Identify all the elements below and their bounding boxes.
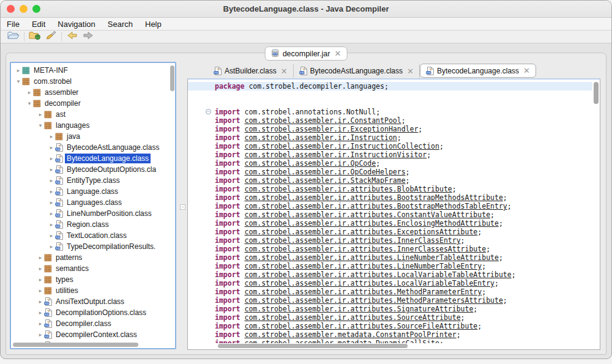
chevron-right-icon[interactable]: ▸ [37, 321, 44, 327]
tree-item[interactable]: ▸ 010 BytecodeOutputOptions.cla [11, 164, 170, 175]
tree-item[interactable]: ▸ 010 LineNumberPosition.class [11, 208, 170, 219]
scrollbar-thumb[interactable] [170, 65, 174, 91]
tree-item[interactable]: ▸assembler [11, 87, 170, 98]
chevron-right-icon[interactable]: ▸ [26, 89, 33, 95]
import-path-link[interactable]: com.strobel.assembler.ir.attributes.Loca… [244, 279, 494, 288]
tree-horizontal-scrollbar[interactable] [12, 343, 169, 347]
tree-item[interactable]: ▸ 010 TextLocation.class [11, 230, 170, 241]
chevron-right-icon[interactable]: ▸ [48, 199, 55, 206]
import-path-link[interactable]: com.strobel.assembler.ir.ConstantPool [244, 116, 401, 125]
open-type-button[interactable] [27, 31, 43, 43]
close-icon[interactable]: ✕ [333, 50, 341, 58]
splitter-grip[interactable] [180, 204, 185, 210]
menu-search[interactable]: Search [102, 20, 139, 29]
close-window-button[interactable] [7, 5, 15, 13]
chevron-down-icon[interactable]: ▾ [26, 100, 33, 106]
tree-item[interactable]: ▸ 010 Region.class [11, 219, 170, 230]
import-path-link[interactable]: com.strobel.assembler.ir.attributes.Encl… [244, 219, 498, 228]
tree-item[interactable]: ▸ 010 BytecodeAstLanguage.class [11, 142, 170, 153]
import-path-link[interactable]: com.strobel.assembler.ir.InstructionVisi… [244, 150, 427, 159]
code-tab[interactable]: 010 AstBuilder.class✕ [208, 64, 294, 78]
import-path-link[interactable]: com.strobel.assembler.metadata.DynamicCa… [244, 339, 439, 343]
minimize-window-button[interactable] [20, 5, 28, 13]
chevron-right-icon[interactable]: ▸ [37, 299, 44, 305]
tree-item[interactable]: ▸patterns [11, 252, 170, 263]
import-path-link[interactable]: com.strobel.assembler.ir.OpCode [244, 159, 376, 168]
import-path-link[interactable]: com.strobel.assembler.ir.attributes.Exce… [244, 228, 477, 236]
tree-item[interactable]: ▾com.strobel [11, 76, 170, 87]
chevron-right-icon[interactable]: ▸ [48, 177, 55, 184]
close-icon[interactable]: ✕ [406, 67, 414, 75]
import-path-link[interactable]: com.strobel.assembler.ir.attributes.Inne… [244, 245, 486, 253]
import-path-link[interactable]: com.strobel.assembler.ir.attributes.Inne… [244, 236, 460, 245]
chevron-right-icon[interactable]: ▸ [37, 111, 44, 117]
menu-edit[interactable]: Edit [26, 20, 51, 29]
editor-vertical-scrollbar[interactable] [593, 81, 599, 342]
import-path-link[interactable]: com.strobel.assembler.ir.attributes.Loca… [244, 270, 511, 279]
chevron-right-icon[interactable]: ▸ [48, 232, 55, 239]
tree-item[interactable]: ▸ 010 DecompilationOptions.class [11, 307, 170, 318]
import-path-link[interactable]: com.strobel.assembler.ir.attributes.Sign… [244, 305, 473, 313]
zoom-window-button[interactable] [32, 5, 40, 13]
import-path-link[interactable]: com.strobel.assembler.ir.attributes.Boot… [244, 193, 502, 202]
open-file-button[interactable] [6, 31, 21, 43]
navigate-back-button[interactable] [64, 31, 80, 43]
import-path-link[interactable]: com.strobel.assembler.ir.attributes.Blob… [244, 185, 452, 193]
import-path-link[interactable]: com.strobel.assembler.ir.InstructionColl… [244, 142, 439, 150]
code-editor[interactable]: package com.strobel.decompiler.languages… [187, 78, 600, 350]
jar-tab-decompiler[interactable]: 010 decompiler.jar ✕ [265, 46, 348, 61]
search-button[interactable] [43, 31, 59, 43]
chevron-right-icon[interactable]: ▸ [48, 133, 55, 139]
chevron-right-icon[interactable]: ▸ [48, 188, 55, 195]
chevron-down-icon[interactable]: ▾ [15, 78, 22, 84]
scrollbar-thumb[interactable] [13, 343, 138, 347]
chevron-right-icon[interactable]: ▸ [37, 266, 44, 272]
tree-item[interactable]: ▾decompiler [11, 98, 170, 109]
tree-item[interactable]: ▸META-INF [11, 65, 170, 76]
import-path-link[interactable]: com.strobel.assembler.ir.attributes.Line… [244, 262, 482, 270]
chevron-right-icon[interactable]: ▸ [48, 210, 55, 217]
import-path-link[interactable]: com.strobel.assembler.ir.StackMapFrame [244, 176, 405, 185]
import-path-link[interactable]: com.strobel.assembler.ir.attributes.Line… [244, 253, 498, 262]
tree-item[interactable]: ▸ 010 Language.class [11, 186, 170, 197]
tree-item[interactable]: ▸ 010 TypeDecompilationResults. [11, 241, 170, 252]
tree-item[interactable]: ▸ 010 EntityType.class [11, 175, 170, 186]
tree-item[interactable]: ▸ 010 Languages.class [11, 197, 170, 208]
menu-file[interactable]: File [7, 20, 26, 29]
close-icon[interactable]: ✕ [280, 67, 288, 75]
import-path-link[interactable]: com.strobel.assembler.ir.attributes.Meth… [244, 296, 502, 305]
import-path-link[interactable]: com.strobel.assembler.ir.attributes.Cons… [244, 210, 490, 219]
tree-item[interactable]: ▾languages [11, 120, 170, 131]
import-path-link[interactable]: com.strobel.assembler.metadata.ConstantP… [244, 330, 456, 339]
tree-item[interactable]: ▸semantics [11, 263, 170, 274]
chevron-right-icon[interactable]: ▸ [37, 332, 44, 338]
tree-item[interactable]: ▸ast [11, 109, 170, 120]
chevron-down-icon[interactable]: ▾ [37, 122, 44, 128]
chevron-right-icon[interactable]: ▸ [48, 166, 55, 173]
menu-navigation[interactable]: Navigation [51, 20, 101, 29]
chevron-right-icon[interactable]: ▸ [48, 243, 55, 250]
import-path-link[interactable]: com.strobel.assembler.ir.Instruction [244, 133, 397, 142]
import-path-link[interactable]: com.strobel.assembler.ir.OpCodeHelpers [244, 168, 405, 176]
editor-horizontal-scrollbar[interactable] [188, 343, 592, 349]
tree-item[interactable]: ▸utilities [11, 285, 170, 296]
tree-item[interactable]: ▸java [11, 131, 170, 142]
chevron-right-icon[interactable]: ▸ [37, 288, 44, 294]
tree-item[interactable]: ▸ 010 AnsiTextOutput.class [11, 296, 170, 307]
menu-help[interactable]: Help [139, 20, 168, 29]
tree-vertical-scrollbar[interactable] [170, 64, 174, 342]
import-path-link[interactable]: com.strobel.assembler.ir.attributes.Meth… [244, 288, 482, 296]
chevron-right-icon[interactable]: ▸ [37, 254, 44, 261]
chevron-right-icon[interactable]: ▸ [48, 221, 55, 228]
import-path-link[interactable]: com.strobel.assembler.ir.attributes.Boot… [244, 202, 507, 210]
chevron-right-icon[interactable]: ▸ [48, 144, 55, 150]
scrollbar-thumb[interactable] [594, 82, 599, 104]
chevron-right-icon[interactable]: ▸ [48, 155, 55, 162]
close-icon[interactable]: ✕ [522, 67, 530, 75]
chevron-right-icon[interactable]: ▸ [15, 67, 22, 73]
import-path-link[interactable]: com.strobel.assembler.ir.attributes.Sour… [244, 322, 477, 330]
scrollbar-thumb[interactable] [218, 344, 408, 348]
fold-collapse-icon[interactable]: − [206, 109, 211, 114]
code-tab[interactable]: 010 BytecodeAstLanguage.class✕ [294, 64, 420, 78]
chevron-right-icon[interactable]: ▸ [37, 277, 44, 283]
